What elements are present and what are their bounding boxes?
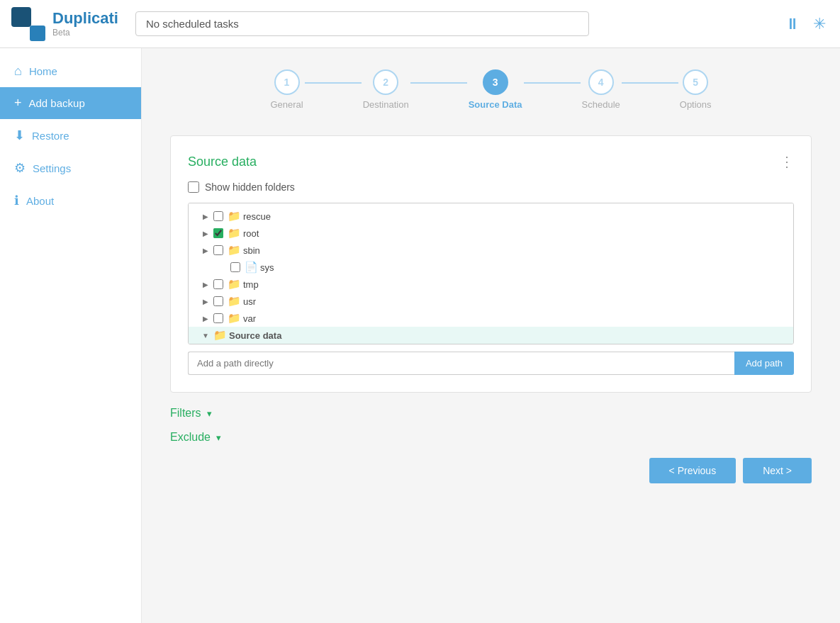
step-3-label: Source Data [469, 99, 522, 110]
step-4-label: Schedule [582, 99, 620, 110]
wizard-steps: 1 General 2 Destination 3 Source Data [170, 69, 812, 110]
check-root[interactable] [213, 228, 223, 238]
tree-item-rescue[interactable]: ▶ 📁 rescue [189, 208, 793, 225]
main-content: 1 General 2 Destination 3 Source Data [142, 48, 840, 623]
sidebar-item-home[interactable]: ⌂ Home [0, 55, 141, 87]
tree-item-root-path[interactable]: 📁 /root/ [189, 344, 793, 344]
logo-area: Duplicati Beta [11, 7, 118, 41]
sidebar-item-home-label: Home [29, 65, 57, 77]
check-tmp[interactable] [213, 279, 223, 289]
step-4: 4 Schedule [582, 69, 620, 110]
filters-section: Filters ▾ [170, 407, 812, 420]
header-actions: ⏸ ✳ [782, 12, 829, 36]
expand-tmp[interactable]: ▶ [200, 279, 211, 290]
section-title: Source data [188, 155, 257, 169]
check-sbin[interactable] [213, 245, 223, 255]
exclude-header[interactable]: Exclude ▾ [170, 431, 812, 444]
step-3-container: 3 Source Data [469, 69, 522, 110]
section-header: Source data ⋮ [188, 153, 794, 170]
step-5-circle: 5 [683, 69, 708, 95]
step-1-container: 1 General [270, 69, 303, 110]
item-tmp-name: tmp [243, 279, 259, 290]
sidebar-item-restore-label: Restore [32, 130, 69, 142]
step-5-container: 5 Options [680, 69, 712, 110]
step-5: 5 Options [680, 69, 712, 110]
tree-item-sys[interactable]: ▶ 📄 sys [189, 259, 793, 276]
sidebar-item-settings[interactable]: ⚙ Settings [0, 152, 141, 184]
check-sys[interactable] [230, 262, 240, 272]
filters-chevron: ▾ [207, 408, 212, 419]
show-hidden-checkbox[interactable] [188, 181, 199, 193]
logo-text: Duplicati Beta [52, 10, 118, 37]
main-layout: ⌂ Home + Add backup ⬇ Restore ⚙ Settings… [0, 48, 840, 623]
expand-var[interactable]: ▶ [200, 313, 211, 324]
sidebar-item-add-backup-label: Add backup [29, 97, 85, 109]
beta-badge: Beta [52, 28, 118, 38]
item-sys-name: sys [260, 262, 274, 273]
sidebar-item-settings-label: Settings [33, 162, 71, 174]
check-var[interactable] [213, 313, 223, 323]
step-line-1 [305, 82, 362, 84]
sidebar: ⌂ Home + Add backup ⬇ Restore ⚙ Settings… [0, 48, 142, 623]
pause-button[interactable]: ⏸ [782, 12, 803, 36]
item-rescue-name: rescue [243, 211, 271, 222]
logo-icon [11, 7, 45, 41]
app-title: Duplicati [52, 10, 118, 27]
item-usr-name: usr [243, 296, 256, 307]
step-1-circle: 1 [274, 69, 300, 95]
step-1: 1 General [270, 69, 303, 110]
step-3-circle: 3 [483, 69, 508, 95]
info-icon: ℹ [14, 193, 19, 208]
settings-icon: ⚙ [14, 160, 26, 176]
tree-item-sbin[interactable]: ▶ 📁 sbin [189, 242, 793, 259]
exclude-label: Exclude [170, 431, 211, 444]
file-tree[interactable]: ▶ 📁 rescue ▶ 📁 root ▶ 📁 sbin [188, 203, 794, 344]
step-line-4 [622, 82, 678, 84]
next-button[interactable]: Next > [743, 458, 812, 483]
home-icon: ⌂ [14, 64, 22, 79]
expand-usr[interactable]: ▶ [200, 296, 211, 307]
expand-rescue[interactable]: ▶ [200, 211, 211, 222]
tree-item-tmp[interactable]: ▶ 📁 tmp [189, 276, 793, 293]
filters-label: Filters [170, 407, 201, 420]
expand-sbin[interactable]: ▶ [200, 245, 211, 256]
folder-icon-source-data: 📁 [213, 329, 227, 342]
add-path-row: Add path [188, 352, 794, 375]
folder-icon-root: 📁 [228, 227, 241, 240]
app-header: Duplicati Beta No scheduled tasks ⏸ ✳ [0, 0, 840, 48]
filters-header[interactable]: Filters ▾ [170, 407, 812, 420]
item-root-name: root [243, 228, 259, 239]
step-2: 2 Destination [363, 69, 409, 110]
plus-icon: + [14, 96, 22, 111]
tree-item-var[interactable]: ▶ 📁 var [189, 310, 793, 327]
sidebar-item-add-backup[interactable]: + Add backup [0, 87, 141, 119]
sidebar-item-restore[interactable]: ⬇ Restore [0, 119, 141, 152]
tree-item-source-data[interactable]: ▼ 📁 Source data [189, 327, 793, 344]
check-usr[interactable] [213, 296, 223, 306]
expand-root[interactable]: ▶ [200, 228, 211, 239]
expand-source-data[interactable]: ▼ [200, 330, 211, 341]
add-path-button[interactable]: Add path [734, 352, 794, 375]
show-hidden-row: Show hidden folders [188, 181, 794, 193]
sidebar-item-about[interactable]: ℹ About [0, 184, 141, 217]
folder-icon-rescue: 📁 [228, 210, 241, 223]
step-4-container: 4 Schedule [582, 69, 620, 110]
sidebar-item-about-label: About [26, 195, 54, 207]
add-path-input[interactable] [188, 352, 734, 375]
tree-item-root[interactable]: ▶ 📁 root [189, 225, 793, 242]
folder-icon-sbin: 📁 [228, 244, 241, 257]
spinner-button[interactable]: ✳ [810, 12, 829, 36]
exclude-chevron: ▾ [216, 432, 221, 443]
step-1-label: General [270, 99, 303, 110]
nav-buttons: < Previous Next > [170, 458, 812, 483]
previous-button[interactable]: < Previous [649, 458, 737, 483]
show-hidden-label[interactable]: Show hidden folders [205, 181, 295, 193]
step-line-3 [524, 82, 581, 84]
check-rescue[interactable] [213, 211, 223, 221]
tree-item-usr[interactable]: ▶ 📁 usr [189, 293, 793, 310]
step-2-container: 2 Destination [363, 69, 409, 110]
more-options-button[interactable]: ⋮ [780, 153, 794, 170]
item-source-data-name: Source data [229, 330, 281, 341]
step-3: 3 Source Data [469, 69, 522, 110]
status-box: No scheduled tasks [135, 11, 589, 36]
